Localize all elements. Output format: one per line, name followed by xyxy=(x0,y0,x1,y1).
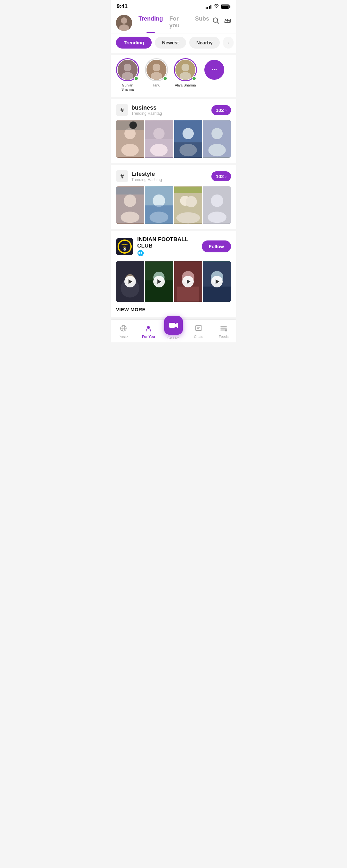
svg-rect-77 xyxy=(220,326,227,327)
svg-point-23 xyxy=(129,122,137,129)
nav-golive[interactable]: Go Live xyxy=(161,323,186,340)
business-photo-2 xyxy=(145,120,173,158)
svg-rect-31 xyxy=(174,143,202,157)
nav-public[interactable]: Public xyxy=(111,324,136,339)
svg-point-33 xyxy=(212,128,223,139)
play-btn-3[interactable] xyxy=(182,276,194,287)
hashtag-lifestyle-count[interactable]: 102 › xyxy=(212,172,231,181)
lifestyle-photo-grid xyxy=(116,186,231,224)
svg-rect-27 xyxy=(145,121,173,139)
story-name-2: Tanu xyxy=(153,83,160,87)
tab-trending[interactable]: Trending xyxy=(135,13,166,33)
business-photo-grid xyxy=(116,120,231,158)
story-item-1[interactable]: Gunjan Sharma xyxy=(116,58,139,92)
svg-line-5 xyxy=(217,22,219,24)
nav-chats[interactable]: Chats xyxy=(186,325,211,339)
svg-rect-78 xyxy=(220,328,227,329)
hashtag-business-card: # business Trending Hashtag 102 › xyxy=(111,99,236,163)
status-icons xyxy=(206,4,230,9)
battery-icon xyxy=(221,4,230,9)
club-card: WINDY city ⚽ INDIAN FOOTBALL CLUB 🌐 Foll… xyxy=(111,231,236,317)
story-item-2[interactable]: Tanu xyxy=(145,58,168,92)
svg-rect-3 xyxy=(116,15,132,31)
play-btn-1[interactable] xyxy=(124,276,136,287)
svg-point-36 xyxy=(124,194,136,207)
svg-point-40 xyxy=(153,194,165,207)
business-photo-3 xyxy=(174,120,202,158)
lifestyle-photo-2 xyxy=(145,186,173,224)
svg-rect-42 xyxy=(145,206,173,223)
svg-point-50 xyxy=(208,212,226,223)
video-2[interactable] xyxy=(145,261,173,302)
feeds-label: Feeds xyxy=(219,335,229,339)
hashtag-business-sub: Trending Hashtag xyxy=(131,111,162,116)
business-photo-1 xyxy=(116,120,144,158)
wifi-icon xyxy=(213,4,219,9)
svg-point-37 xyxy=(121,212,139,223)
view-more-btn[interactable]: VIEW MORE xyxy=(116,307,231,312)
crown-icon[interactable] xyxy=(224,17,231,25)
hashtag-business-count[interactable]: 102 › xyxy=(212,105,231,115)
story-item-3[interactable]: Aliya Sharma xyxy=(174,58,197,92)
svg-point-21 xyxy=(121,144,138,157)
filter-newest[interactable]: Newest xyxy=(155,37,186,49)
hashtag-lifestyle-card: # Lifestyle Trending Hashtag 102 › xyxy=(111,165,236,229)
club-logo: WINDY city ⚽ xyxy=(116,238,133,255)
golive-button[interactable] xyxy=(164,316,183,335)
svg-text:⚽: ⚽ xyxy=(123,248,126,251)
play-btn-4[interactable] xyxy=(211,276,223,287)
club-globe-icon: 🌐 xyxy=(137,250,198,256)
search-icon[interactable] xyxy=(212,17,219,25)
bottom-nav: Public For You Go Live Chats Feeds xyxy=(111,320,236,342)
filter-more[interactable]: › xyxy=(223,37,233,49)
svg-rect-81 xyxy=(225,329,227,332)
svg-point-49 xyxy=(211,194,223,207)
chats-icon xyxy=(195,325,202,334)
svg-rect-38 xyxy=(116,187,144,194)
svg-text:WINDY: WINDY xyxy=(121,243,128,245)
svg-point-26 xyxy=(150,144,168,157)
follow-button[interactable]: Follow xyxy=(202,241,231,252)
video-4[interactable] xyxy=(203,261,231,302)
video-1[interactable] xyxy=(116,261,144,302)
svg-rect-74 xyxy=(195,326,202,331)
stories-section: Gunjan Sharma Tanu xyxy=(111,55,236,97)
club-info: INDIAN FOOTBALL CLUB 🌐 xyxy=(137,236,198,256)
hashtag-business-title: business xyxy=(131,104,162,111)
svg-point-46 xyxy=(176,213,200,224)
hashtag-lifestyle-sub: Trending Hashtag xyxy=(131,178,162,182)
signal-icon xyxy=(206,4,212,9)
chats-label: Chats xyxy=(194,335,203,339)
business-photo-4 xyxy=(203,120,231,158)
svg-rect-73 xyxy=(169,323,175,328)
status-time: 9:41 xyxy=(117,3,128,10)
nav-feeds[interactable]: Feeds xyxy=(211,325,236,339)
online-dot-2 xyxy=(163,76,167,81)
filter-nearby[interactable]: Nearby xyxy=(189,37,220,49)
filter-bar: Trending Newest Nearby › xyxy=(111,33,236,53)
lifestyle-photo-4 xyxy=(203,186,231,224)
foryou-icon xyxy=(145,325,152,334)
story-name-1: Gunjan Sharma xyxy=(116,83,139,92)
header-nav: Trending For you Subs xyxy=(135,13,212,33)
svg-rect-6 xyxy=(225,22,230,23)
status-bar: 9:41 xyxy=(111,0,236,11)
filter-trending[interactable]: Trending xyxy=(116,37,152,49)
nav-foryou[interactable]: For You xyxy=(136,325,161,339)
lifestyle-photo-3 xyxy=(174,186,202,224)
hash-icon-lifestyle: # xyxy=(116,170,128,182)
header: Trending For you Subs xyxy=(111,11,236,33)
tab-subs[interactable]: Subs xyxy=(192,13,212,33)
online-dot-3 xyxy=(192,76,196,81)
public-label: Public xyxy=(119,335,128,339)
play-btn-2[interactable] xyxy=(153,276,165,287)
video-3[interactable] xyxy=(174,261,202,302)
golive-label: Go Live xyxy=(167,336,180,340)
svg-point-29 xyxy=(183,128,194,139)
public-icon xyxy=(120,324,127,334)
user-avatar[interactable] xyxy=(116,15,132,31)
club-name: INDIAN FOOTBALL CLUB xyxy=(137,236,198,249)
tab-foryou[interactable]: For you xyxy=(166,13,192,33)
story-item-more[interactable]: ··· xyxy=(203,58,226,92)
video-grid xyxy=(116,261,231,302)
